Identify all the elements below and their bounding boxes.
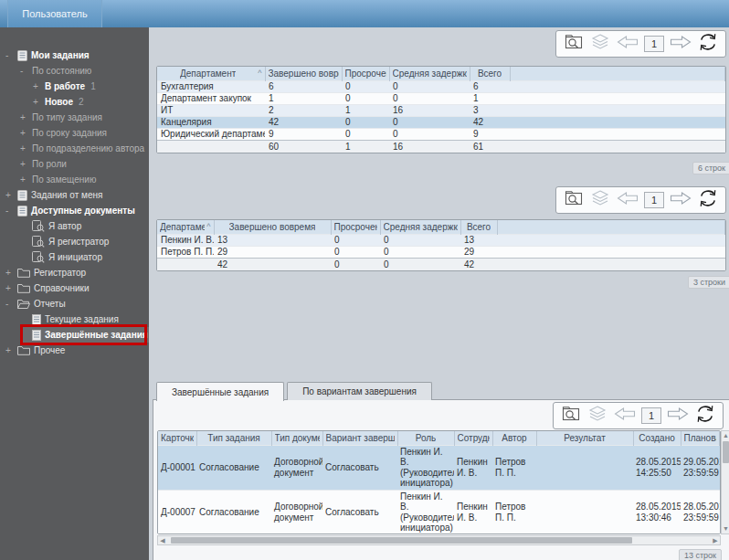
column-header[interactable]: Завершено вовремя xyxy=(214,220,331,234)
h-scroll-track[interactable] xyxy=(167,536,711,544)
sidebar-item-novoe[interactable]: +Новое2 xyxy=(0,94,149,110)
scroll-down-icon[interactable]: ▼ xyxy=(723,524,729,534)
column-header[interactable]: Карточка xyxy=(158,431,196,445)
expand-icon[interactable]: + xyxy=(20,143,32,153)
column-header[interactable]: Всего xyxy=(470,67,510,80)
expand-icon[interactable]: + xyxy=(33,97,45,107)
table-row[interactable]: ИТ21163 xyxy=(157,104,725,116)
tasks-toolbar: 1 xyxy=(553,402,724,429)
sidebar-item-ya-registrator[interactable]: Я регистратор xyxy=(0,234,149,249)
sidebar-item-dostupnye-dokumenty[interactable]: -Доступные документы xyxy=(0,203,149,218)
prev-page-button[interactable] xyxy=(613,405,637,427)
column-header[interactable]: Автор xyxy=(492,431,536,445)
column-header[interactable]: Департамент^ xyxy=(157,220,214,234)
table-cell: Пенкин И. В. xyxy=(454,445,492,490)
tab-by-completion-variant[interactable]: По вариантам завершения xyxy=(287,382,432,400)
preview-button[interactable] xyxy=(560,404,582,428)
next-page-button[interactable] xyxy=(669,33,692,55)
sidebar-item-v-rabote[interactable]: +В работе1 xyxy=(0,79,149,94)
column-header[interactable]: Сотрудник xyxy=(454,431,492,445)
table-row[interactable]: Бухгалтерия6006 xyxy=(157,80,725,92)
sidebar-item-tekushchie-zadaniya[interactable]: Текущие задания xyxy=(0,312,149,327)
column-header[interactable]: Тип задания xyxy=(196,431,271,445)
expand-icon[interactable]: + xyxy=(20,128,32,138)
preview-button[interactable] xyxy=(563,32,585,56)
arrow-left-icon xyxy=(616,33,639,55)
expand-icon[interactable]: + xyxy=(20,174,32,185)
table-row[interactable]: Д-00007СогласованиеДоговорной документСо… xyxy=(158,490,720,534)
v-scroll-thumb[interactable] xyxy=(723,441,729,463)
sidebar-item-moi-zadaniya[interactable]: -Мои задания xyxy=(0,48,149,63)
expand-icon[interactable]: + xyxy=(20,159,32,169)
sidebar-item-po-sroku-zadaniya[interactable]: +По сроку задания xyxy=(0,125,149,141)
refresh-button[interactable] xyxy=(694,404,716,428)
layers-button[interactable] xyxy=(586,404,608,428)
table-row[interactable]: Юридический департамент9009 xyxy=(157,128,725,140)
sidebar-item-zadaniya-ot-menya[interactable]: +Задания от меня xyxy=(0,187,149,203)
expand-icon[interactable]: + xyxy=(5,190,17,200)
prev-page-button[interactable] xyxy=(616,189,639,211)
scroll-left-icon[interactable]: ◀ xyxy=(158,537,167,544)
column-header[interactable]: Завершено вовремя xyxy=(265,67,342,80)
table-row[interactable]: Д-00001СогласованиеДоговорной документСо… xyxy=(158,445,720,490)
column-header[interactable]: Департамент^ xyxy=(157,67,265,80)
column-header[interactable]: Просрочено xyxy=(342,67,389,80)
column-header[interactable]: Средняя задержка (ч) xyxy=(380,220,460,234)
sidebar-item-ya-initsiator[interactable]: Я инициатор xyxy=(0,249,149,265)
collapse-icon[interactable]: - xyxy=(20,66,32,76)
sidebar-item-spravochniki[interactable]: +Справочники xyxy=(0,280,149,296)
column-header[interactable]: Средняя задержка (ч) xyxy=(389,67,470,80)
layers-button[interactable] xyxy=(589,32,611,56)
column-header[interactable]: Всего xyxy=(460,220,497,234)
sidebar-item-po-sostoyaniyu[interactable]: -По состоянию xyxy=(0,63,149,79)
sidebar-item-po-podrazdeleniyu-avtora[interactable]: +По подразделению автора xyxy=(0,141,149,156)
table-row[interactable]: Канцелярия420042 xyxy=(157,116,725,128)
horizontal-scrollbar[interactable]: ◀ ▶ xyxy=(157,535,721,545)
column-header[interactable]: Создано xyxy=(633,431,681,445)
refresh-button[interactable] xyxy=(697,32,719,56)
column-header[interactable]: Тип документа xyxy=(271,431,322,445)
sidebar-item-registrator[interactable]: +Регистратор xyxy=(0,265,149,280)
ribbon-tab-user[interactable]: Пользователь xyxy=(7,0,102,27)
page-number-input[interactable]: 1 xyxy=(644,192,664,208)
expand-icon[interactable]: + xyxy=(5,268,17,278)
collapse-icon[interactable]: - xyxy=(5,299,17,309)
refresh-button[interactable] xyxy=(697,188,719,212)
folder-search-icon xyxy=(563,32,585,56)
expand-icon[interactable]: + xyxy=(20,112,32,122)
sidebar-item-po-tipu-zadaniya[interactable]: +По типу задания xyxy=(0,110,149,125)
table-row[interactable]: Департамент закупок1001 xyxy=(157,92,725,104)
preview-button[interactable] xyxy=(563,188,585,212)
expand-icon[interactable]: + xyxy=(33,81,45,91)
prev-page-button[interactable] xyxy=(616,33,639,55)
table-row[interactable]: Пенкин И. В.130013 xyxy=(157,234,725,246)
next-page-button[interactable] xyxy=(666,405,690,427)
sidebar-item-prochee[interactable]: +Прочее xyxy=(0,343,149,358)
expand-icon[interactable]: + xyxy=(5,345,17,355)
sidebar-item-zavershennye-zadaniya[interactable]: Завершённые задания xyxy=(0,327,149,343)
next-page-button[interactable] xyxy=(669,189,692,211)
scroll-right-icon[interactable]: ▶ xyxy=(711,537,720,544)
table-header-row: Департамент^Завершено вовремяПросроченоС… xyxy=(157,67,725,80)
collapse-icon[interactable]: - xyxy=(5,50,17,60)
column-header[interactable]: Результат xyxy=(536,431,633,445)
sidebar-item-label: Прочее xyxy=(34,345,65,355)
vertical-scrollbar[interactable]: ▲ ▼ xyxy=(721,430,729,534)
table-row[interactable]: Петров П. П.290029 xyxy=(157,246,725,258)
expand-icon[interactable]: + xyxy=(5,283,17,293)
scroll-up-icon[interactable]: ▲ xyxy=(723,431,729,440)
column-header[interactable]: Вариант завершения xyxy=(322,431,397,445)
sidebar-item-po-zameshcheniyu[interactable]: +По замещению xyxy=(0,172,149,187)
column-header[interactable]: Роль xyxy=(397,431,454,445)
collapse-icon[interactable]: - xyxy=(5,206,17,216)
h-scroll-thumb[interactable] xyxy=(171,537,632,544)
page-number-input[interactable]: 1 xyxy=(644,36,664,52)
layers-button[interactable] xyxy=(589,188,611,212)
tab-completed-tasks[interactable]: Завершённые задания xyxy=(156,382,284,401)
column-header[interactable]: Плановая xyxy=(681,431,720,445)
sidebar-item-ya-avtor[interactable]: Я автор xyxy=(0,218,149,234)
sidebar-item-po-roli[interactable]: +По роли xyxy=(0,156,149,172)
sidebar-item-otchety[interactable]: -Отчеты xyxy=(0,296,149,312)
page-number-input[interactable]: 1 xyxy=(641,407,661,424)
column-header[interactable]: Просрочено xyxy=(331,220,380,234)
